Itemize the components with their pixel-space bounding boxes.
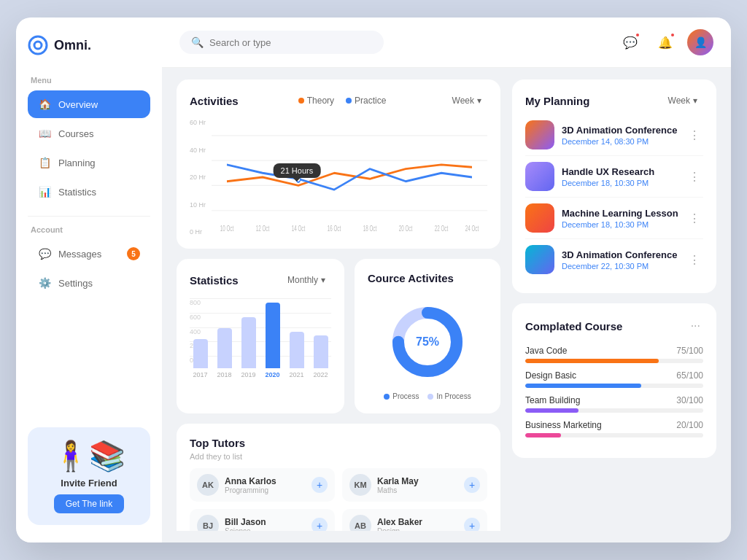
sidebar-item-courses[interactable]: 📖 Courses (28, 120, 150, 147)
y-label-60: 60 Hr (190, 119, 212, 126)
search-input[interactable] (209, 37, 372, 48)
bar-2017: 2017 (193, 339, 208, 378)
tutor-item-0: AK Anna Karlos Programming + (190, 468, 335, 502)
invite-illustration: 🧍‍♀️📚 (39, 439, 139, 473)
sidebar-item-overview[interactable]: 🏠 Overview (28, 90, 150, 118)
process-dot (384, 394, 390, 400)
activities-period-selector[interactable]: Week ▾ (446, 93, 487, 109)
tutors-title: Top Tutors (190, 437, 245, 449)
planning-info-3: 3D Animation Conference December 22, 10:… (562, 249, 678, 271)
period-chevron-icon: ▾ (477, 96, 481, 106)
progress-fill-3 (525, 433, 561, 438)
donut-legend-inprocess: In Process (427, 392, 471, 400)
tutor-grid: AK Anna Karlos Programming + KM Karla Ma… (190, 468, 487, 531)
tutor-role-1: Maths (377, 486, 458, 494)
planning-title: My Planning (525, 95, 589, 107)
sidebar-item-planning[interactable]: 📋 Planning (28, 149, 150, 176)
bar-2019-fill (241, 317, 256, 368)
planning-thumb-1 (525, 162, 554, 191)
donut-legend: Process In Process (368, 392, 487, 400)
add-tutor-1-button[interactable]: + (464, 477, 480, 493)
bar-2018-fill (217, 328, 232, 368)
sidebar-item-settings[interactable]: ⚙️ Settings (28, 269, 150, 297)
tutor-avatar-0: AK (197, 474, 219, 496)
bar-2022-fill (314, 335, 328, 368)
planning-event-date-1: December 18, 10:30 PM (562, 179, 678, 187)
inprocess-dot (427, 394, 433, 400)
chart-icon: 📊 (38, 185, 51, 198)
activities-title: Activities (190, 95, 239, 107)
user-avatar[interactable]: 👤 (687, 29, 713, 55)
bar-2021-fill (290, 332, 304, 368)
svg-text:24 Oct: 24 Oct (465, 225, 479, 233)
chart-y-labels: 60 Hr 40 Hr 20 Hr 10 Hr 0 Hr (190, 119, 212, 236)
completed-title: Complated Course (525, 320, 622, 332)
planning-info-2: Machine Learning Lesson December 18, 10:… (562, 208, 678, 229)
progress-bar-0 (525, 359, 703, 363)
menu-label: Menu (28, 76, 150, 85)
invite-title: Invite Friend (39, 478, 139, 489)
completed-score-1: 65/100 (676, 370, 703, 381)
planning-card-header: My Planning Week ▾ (525, 93, 703, 109)
svg-text:10 Oct: 10 Oct (220, 225, 234, 233)
sidebar-divider (28, 216, 150, 217)
add-tutor-2-button[interactable]: + (311, 518, 328, 531)
planning-period-selector[interactable]: Week ▾ (662, 93, 703, 109)
notifications-button[interactable]: 🔔 (652, 29, 678, 55)
svg-text:16 Oct: 16 Oct (328, 225, 341, 233)
svg-text:22 Oct: 22 Oct (435, 225, 449, 233)
tutor-role-3: Design (377, 527, 458, 532)
tutor-avatar-3: AB (349, 515, 371, 531)
svg-text:18 Oct: 18 Oct (363, 225, 377, 233)
add-tutor-0-button[interactable]: + (311, 477, 328, 493)
tutor-avatar-1: KM (349, 474, 371, 496)
planning-event-title-1: Handle UX Research (562, 166, 678, 177)
planning-event-title-2: Machine Learning Lesson (562, 208, 678, 219)
tutor-name-1: Karla May (377, 476, 458, 486)
bar-2018-label: 2018 (217, 371, 231, 378)
activities-chart: 60 Hr 40 Hr 20 Hr 10 Hr 0 Hr (190, 119, 487, 236)
invite-button[interactable]: Get The link (54, 494, 124, 513)
completed-more-btn[interactable]: ··· (688, 316, 703, 335)
bar-2021: 2021 (289, 332, 304, 378)
planning-more-3[interactable]: ⋮ (686, 250, 703, 270)
tutors-subtitle: Add they to list (190, 452, 487, 461)
y-label-10: 10 Hr (190, 201, 212, 209)
planning-info-0: 3D Animation Conference December 14, 08:… (562, 125, 678, 146)
completed-header-3: Business Marketing 20/100 (525, 420, 703, 430)
chart-tooltip: 21 Hours (274, 163, 321, 178)
add-tutor-3-button[interactable]: + (464, 518, 480, 531)
bar-2019-label: 2019 (241, 371, 255, 378)
planning-event-date-0: December 14, 08:30 PM (562, 137, 678, 146)
chart-legend: Theory Practice (298, 96, 387, 106)
search-bar: 🔍 (179, 31, 384, 54)
search-icon: 🔍 (191, 36, 204, 48)
planning-more-0[interactable]: ⋮ (686, 125, 703, 145)
calendar-icon: 📋 (38, 156, 51, 169)
completed-score-0: 75/100 (676, 346, 703, 356)
planning-more-1[interactable]: ⋮ (686, 167, 703, 187)
sidebar-item-statistics[interactable]: 📊 Statistics (28, 178, 150, 206)
svg-point-1 (34, 42, 42, 49)
completed-name-0: Java Code (525, 346, 567, 356)
practice-label: Practice (355, 96, 386, 106)
sidebar-item-messages[interactable]: 💬 Messages 5 (28, 240, 150, 268)
donut-container: 75% (368, 295, 487, 389)
donut-legend-process: Process (384, 392, 419, 400)
settings-icon: ⚙️ (38, 276, 51, 289)
theory-label: Theory (307, 96, 334, 106)
planning-more-2[interactable]: ⋮ (686, 209, 703, 228)
bar-2019: 2019 (241, 317, 256, 378)
completed-name-2: Team Building (525, 395, 580, 405)
statistics-period-selector[interactable]: Monthly ▾ (282, 272, 331, 288)
planning-thumb-2 (525, 203, 554, 233)
planning-period-label: Week (668, 96, 690, 106)
book-icon: 📖 (38, 127, 51, 140)
completed-name-3: Business Marketing (525, 420, 602, 430)
bar-2017-fill (193, 339, 208, 368)
bar-2021-label: 2021 (289, 371, 303, 378)
planning-event-date-3: December 22, 10:30 PM (562, 262, 678, 271)
messages-header-button[interactable]: 💬 (617, 29, 643, 55)
sidebar-item-statistics-label: Statistics (58, 187, 96, 198)
logo-icon (28, 35, 48, 55)
